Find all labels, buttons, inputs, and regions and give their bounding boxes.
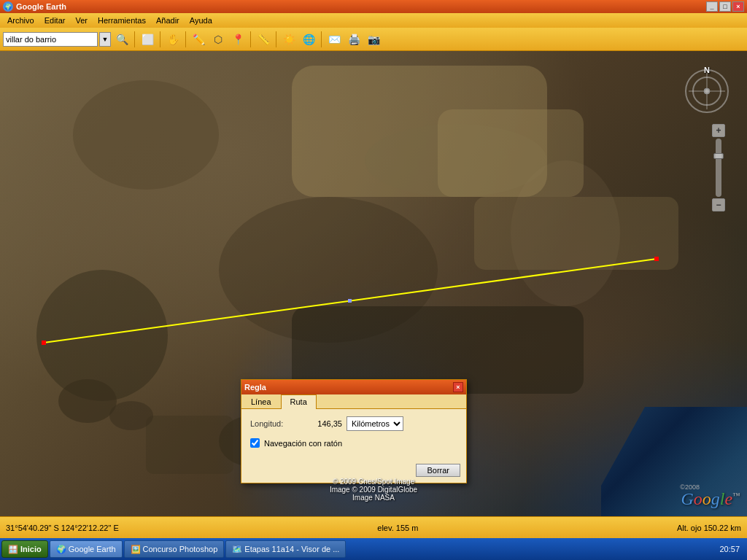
menu-anadir[interactable]: Añadir bbox=[152, 15, 184, 26]
taskbar-etapas[interactable]: 🗺️ Etapas 11a14 - Visor de ... bbox=[225, 540, 346, 558]
dialog-titlebar: Regla × bbox=[241, 380, 466, 394]
hand-tool-button[interactable]: ✋ bbox=[164, 31, 182, 48]
dialog-title: Regla bbox=[244, 383, 266, 392]
zoom-out-button[interactable]: − bbox=[712, 198, 725, 211]
nav-checkbox[interactable] bbox=[250, 438, 260, 448]
checkbox-label: Navegación con ratón bbox=[264, 439, 342, 448]
window-controls: _ □ × bbox=[706, 1, 744, 12]
compass-inner-ring bbox=[692, 77, 721, 106]
taskbar-photoshop[interactable]: 🖼️ Concurso Photoshop bbox=[124, 540, 225, 558]
map-view[interactable]: N + − Regla × Línea Ruta Longitud: 14 bbox=[0, 51, 747, 538]
toolbar-separator-2 bbox=[160, 31, 160, 47]
search-box: ▼ bbox=[3, 32, 111, 47]
zoom-track[interactable] bbox=[716, 139, 721, 197]
maximize-button[interactable]: □ bbox=[719, 1, 731, 12]
elevation-display: elev. 155 m bbox=[126, 524, 670, 532]
dialog-close-button[interactable]: × bbox=[453, 382, 463, 392]
dialog-content: Longitud: 146,35 Kilómetros Millas Metro… bbox=[241, 409, 466, 461]
search-input[interactable] bbox=[3, 32, 98, 47]
menu-ayuda[interactable]: Ayuda bbox=[185, 15, 217, 26]
tab-ruta[interactable]: Ruta bbox=[281, 394, 317, 409]
toolbar-separator-5 bbox=[276, 31, 276, 47]
unit-select[interactable]: Kilómetros Millas Metros bbox=[347, 416, 403, 431]
titlebar: 🌍 Google Earth _ □ × bbox=[0, 0, 747, 13]
close-button[interactable]: × bbox=[732, 1, 744, 12]
system-clock: 20:57 bbox=[713, 545, 746, 553]
zoom-handle[interactable] bbox=[713, 153, 724, 159]
dialog-tabs: Línea Ruta bbox=[241, 394, 466, 409]
toolbar: ▼ 🔍 ⬜ ✋ ✏️ ⬡ 📍 📏 ☀️ 🌐 ✉️ 🖨️ 📷 bbox=[0, 28, 747, 51]
map-view-button[interactable]: ⬜ bbox=[139, 31, 156, 48]
longitude-row: Longitud: 146,35 Kilómetros Millas Metro… bbox=[250, 416, 457, 431]
tab-linea[interactable]: Línea bbox=[241, 394, 281, 408]
checkbox-row: Navegación con ratón bbox=[250, 438, 457, 448]
menu-archivo[interactable]: Archivo bbox=[3, 15, 39, 26]
menu-herramientas[interactable]: Herramientas bbox=[93, 15, 150, 26]
sun-button[interactable]: ☀️ bbox=[280, 31, 298, 48]
polygon-button[interactable]: ⬡ bbox=[209, 31, 227, 48]
longitude-label: Longitud: bbox=[250, 419, 301, 428]
ruler-dialog: Regla × Línea Ruta Longitud: 146,35 Kiló… bbox=[241, 379, 467, 483]
search-button[interactable]: 🔍 bbox=[113, 31, 131, 48]
altitude-display: Alt. ojo 150.22 km bbox=[677, 524, 741, 532]
minimize-button[interactable]: _ bbox=[706, 1, 718, 12]
app-icon: 🌍 bbox=[3, 1, 13, 12]
statusbar: 31°54'40.29" S 124°22'12.22" E elev. 155… bbox=[0, 516, 747, 538]
menu-editar[interactable]: Editar bbox=[40, 15, 70, 26]
toolbar-separator-3 bbox=[185, 31, 186, 47]
draw-path-button[interactable]: ✏️ bbox=[190, 31, 207, 48]
start-button[interactable]: 🪟 Inicio bbox=[1, 540, 48, 558]
compass[interactable]: N bbox=[681, 66, 732, 117]
longitude-value: 146,35 bbox=[306, 419, 342, 428]
email-button[interactable]: ✉️ bbox=[325, 31, 343, 48]
placemark-button[interactable]: 📍 bbox=[229, 31, 247, 48]
toolbar-separator-1 bbox=[134, 31, 135, 47]
taskbar: 🪟 Inicio 🌍 Google Earth 🖼️ Concurso Phot… bbox=[0, 538, 747, 560]
zoom-control: + − bbox=[712, 124, 725, 211]
menubar: Archivo Editar Ver Herramientas Añadir A… bbox=[0, 13, 747, 28]
coordinates-display: 31°54'40.29" S 124°22'12.22" E bbox=[6, 524, 119, 532]
dialog-actions: Borrar bbox=[241, 461, 466, 483]
app-title: Google Earth bbox=[16, 2, 706, 11]
taskbar-google-earth[interactable]: 🌍 Google Earth bbox=[50, 540, 123, 558]
search-dropdown-arrow[interactable]: ▼ bbox=[99, 32, 111, 47]
zoom-in-button[interactable]: + bbox=[712, 124, 725, 137]
print-button[interactable]: 🖨️ bbox=[345, 31, 363, 48]
toolbar-separator-4 bbox=[250, 31, 251, 47]
clear-button[interactable]: Borrar bbox=[416, 464, 460, 477]
toolbar-separator-6 bbox=[321, 31, 322, 47]
camera-button[interactable]: 📷 bbox=[365, 31, 382, 48]
ruler-button[interactable]: 📏 bbox=[255, 31, 272, 48]
planet-button[interactable]: 🌐 bbox=[300, 31, 317, 48]
menu-ver[interactable]: Ver bbox=[71, 15, 92, 26]
